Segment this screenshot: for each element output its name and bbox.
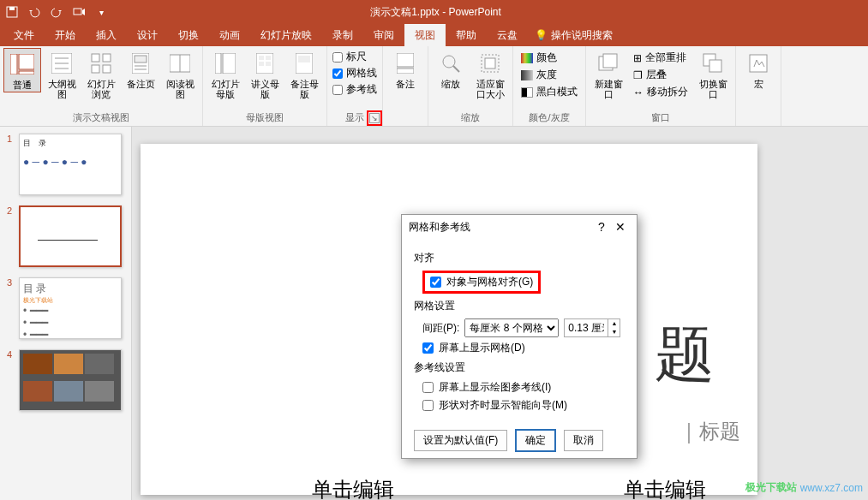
spacing-value-input[interactable] [565, 322, 608, 334]
handout-master-button[interactable]: 讲义母版 [246, 48, 284, 101]
snap-to-grid-highlight: 对象与网格对齐(G) [422, 271, 541, 294]
thumb-slide-3[interactable]: 目 录极光下载站• ━━━• ━━━• ━━━ [19, 277, 122, 339]
zoom-button[interactable]: 缩放 [432, 48, 470, 91]
spacing-select[interactable]: 每厘米 8 个网格 [464, 318, 559, 337]
group-macros: 宏 [736, 46, 781, 126]
macros-button[interactable]: 宏 [739, 48, 777, 91]
dialog-titlebar[interactable]: 网格和参考线 ? ✕ [402, 215, 637, 239]
slide-master-button[interactable]: 幻灯片母版 [207, 48, 244, 101]
dialog-close-icon[interactable]: ✕ [611, 220, 630, 234]
watermark: 极光下载站 www.xz7.com [745, 480, 863, 495]
notes-master-button[interactable]: 备注母版 [285, 48, 323, 101]
group-label-master: 母版视图 [207, 110, 323, 124]
spacing-value-spinner[interactable]: ▲▼ [564, 318, 620, 337]
reading-view-icon [166, 50, 194, 77]
start-from-beginning-icon[interactable] [70, 3, 87, 21]
save-icon[interactable] [3, 3, 21, 21]
grayscale-button[interactable]: 灰度 [518, 67, 580, 83]
slide-sorter-icon [87, 50, 115, 77]
svg-rect-12 [92, 65, 99, 73]
ruler-checkbox[interactable]: 标尺 [332, 50, 377, 64]
spin-up-icon[interactable]: ▲ [608, 319, 620, 328]
thumb-slide-1[interactable]: 目 录● ─ ● ─ ● ─ ● [19, 134, 122, 195]
outline-view-button[interactable]: 大纲视图 [43, 48, 81, 101]
cascade-icon: ❐ [633, 69, 643, 81]
thumb-slide-4[interactable] [19, 349, 122, 411]
fit-window-button[interactable]: 适应窗口大小 [471, 48, 509, 101]
normal-view-button[interactable]: 普通 [3, 48, 41, 92]
arrange-all-button[interactable]: ⊞全部重排 [631, 50, 691, 66]
guides-checkbox[interactable]: 参考线 [332, 82, 377, 97]
svg-rect-15 [135, 56, 147, 62]
tab-transition[interactable]: 切换 [168, 24, 209, 46]
svg-rect-21 [223, 53, 236, 74]
notes-master-icon [290, 50, 318, 77]
tab-insert[interactable]: 插入 [86, 24, 127, 46]
set-as-default-button[interactable]: 设置为默认值(F) [414, 430, 507, 451]
reading-view-button[interactable]: 阅读视图 [161, 48, 199, 101]
notes-button[interactable]: 备注 [386, 48, 424, 91]
redo-icon[interactable] [48, 3, 65, 21]
qat-customize-icon[interactable]: ▾ [93, 3, 110, 21]
group-notes-single: 备注 [383, 46, 428, 126]
slide-text-1[interactable]: 单击编辑 [312, 476, 394, 500]
display-drawing-guides-checkbox[interactable] [422, 382, 434, 393]
slide-text-2[interactable]: 单击编辑 [624, 476, 706, 500]
tab-animation[interactable]: 动画 [209, 24, 250, 46]
cancel-button[interactable]: 取消 [564, 430, 603, 451]
slide-subtitle-placeholder[interactable]: ｜标题 [679, 418, 740, 445]
svg-rect-25 [259, 62, 264, 66]
svg-rect-36 [603, 54, 617, 68]
display-smart-guides-checkbox[interactable] [422, 400, 434, 411]
switch-windows-button[interactable]: 切换窗口 [694, 48, 732, 101]
tab-cloud[interactable]: 云盘 [487, 24, 528, 46]
new-window-button[interactable]: 新建窗口 [590, 48, 627, 101]
macros-icon [745, 50, 772, 77]
svg-rect-26 [266, 62, 271, 66]
notes-page-button[interactable]: 备注页 [122, 48, 159, 91]
gridlines-checkbox[interactable]: 网格线 [332, 66, 377, 80]
dialog-help-icon[interactable]: ? [592, 220, 611, 234]
spin-down-icon[interactable]: ▼ [608, 328, 620, 336]
arrange-all-icon: ⊞ [633, 52, 642, 64]
color-icon [521, 53, 533, 63]
display-grid-label: 屏幕上显示网格(D) [439, 341, 525, 355]
show-group-launcher[interactable]: ↘ [369, 113, 380, 123]
tab-help[interactable]: 帮助 [446, 24, 487, 46]
ok-button[interactable]: 确定 [516, 430, 555, 451]
quick-access-toolbar: ▾ [3, 3, 110, 21]
group-color-grayscale: 颜色 灰度 黑白模式 颜色/灰度 [513, 46, 586, 126]
svg-line-32 [453, 66, 459, 72]
tab-design[interactable]: 设计 [127, 24, 168, 46]
tab-file[interactable]: 文件 [3, 24, 45, 46]
slide-thumbnails[interactable]: 1目 录● ─ ● ─ ● ─ ● 2 3目 录极光下载站• ━━━• ━━━•… [0, 127, 132, 500]
notes-icon [392, 50, 419, 77]
tab-view[interactable]: 视图 [404, 24, 446, 46]
group-label-zoom: 缩放 [432, 110, 509, 124]
color-button[interactable]: 颜色 [518, 50, 580, 66]
move-split-icon: ↔ [633, 86, 644, 98]
move-split-button[interactable]: ↔移动拆分 [631, 84, 691, 100]
tab-slideshow[interactable]: 幻灯片放映 [250, 24, 322, 46]
grid-and-guides-dialog: 网格和参考线 ? ✕ 对齐 对象与网格对齐(G) 网格设置 间距(P): 每厘米… [401, 214, 638, 459]
undo-icon[interactable] [26, 3, 43, 21]
slide-sorter-button[interactable]: 幻灯片浏览 [82, 48, 120, 101]
blackwhite-button[interactable]: 黑白模式 [518, 84, 580, 100]
svg-rect-3 [10, 54, 17, 74]
svg-rect-34 [485, 58, 495, 68]
grayscale-icon [521, 70, 533, 80]
cascade-button[interactable]: ❐层叠 [631, 67, 691, 83]
svg-rect-29 [397, 53, 414, 67]
thumb-slide-2[interactable] [19, 205, 122, 267]
svg-rect-20 [215, 53, 221, 74]
display-grid-checkbox[interactable] [422, 342, 434, 354]
tab-review[interactable]: 审阅 [363, 24, 404, 46]
tell-me[interactable]: 💡 操作说明搜索 [535, 28, 613, 43]
snap-to-grid-checkbox[interactable] [430, 277, 441, 288]
grid-settings-section-label: 网格设置 [414, 299, 625, 313]
tab-record[interactable]: 录制 [322, 24, 363, 46]
ribbon: 普通 大纲视图 幻灯片浏览 备注页 阅读视图 演示文稿视图 幻灯片母版 讲义母版… [0, 46, 868, 127]
tab-home[interactable]: 开始 [45, 24, 86, 46]
slide-master-icon [212, 50, 239, 77]
group-show: 标尺 网格线 参考线 显示 ↘ [327, 46, 383, 126]
